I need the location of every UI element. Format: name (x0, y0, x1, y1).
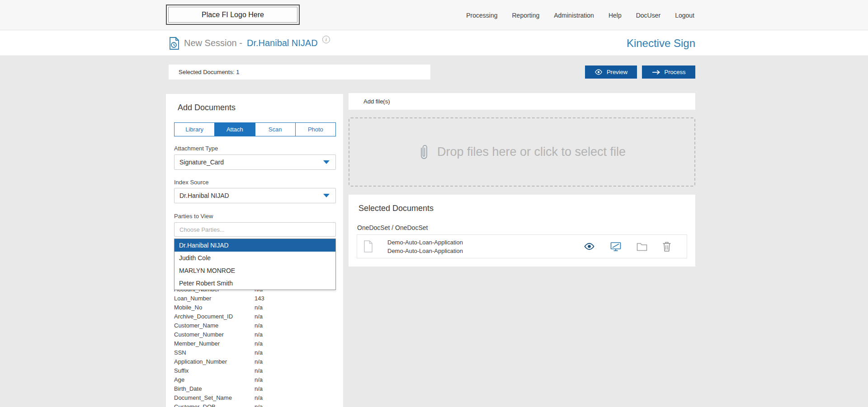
index-field-value: n/a (255, 322, 336, 329)
session-header: New Session - Dr.Hanibal NIJAD i Kinecti… (0, 30, 868, 56)
index-field-value: n/a (255, 385, 336, 392)
parties-dropdown: Dr.Hanibal NIJAD Judith Cole MARLYN MONR… (174, 239, 336, 290)
index-field-name: Suffix (174, 367, 255, 374)
chevron-down-icon (323, 160, 330, 164)
index-field-value: n/a (255, 394, 336, 401)
index-field-row: Application_Number n/a (174, 357, 336, 366)
add-documents-title: Add Documents (178, 103, 236, 112)
file-dropzone[interactable]: Drop files here or click to select file (349, 117, 695, 187)
index-field-row: Suffix n/a (174, 366, 336, 375)
index-source-value: Dr.Hanibal NIJAD (179, 192, 229, 199)
index-field-row: Archive_Document_ID n/a (174, 312, 336, 321)
process-button[interactable]: Process (642, 65, 695, 79)
fi-logo-placeholder: Place FI Logo Here (166, 5, 300, 25)
index-field-value: n/a (255, 367, 336, 374)
attachment-type-label: Attachment Type (174, 145, 218, 152)
session-label: New Session - (184, 38, 242, 48)
index-field-row: Mobile_No n/a (174, 303, 336, 312)
index-field-name: Customer_Name (174, 322, 255, 329)
fi-logo-text: Place FI Logo Here (202, 11, 264, 19)
index-field-name: Customer_Number (174, 331, 255, 338)
party-option-marlyn[interactable]: MARLYN MONROE (175, 264, 335, 277)
index-field-value: n/a (255, 331, 336, 338)
view-document-eye-icon[interactable] (584, 243, 595, 250)
party-option-judith[interactable]: Judith Cole (175, 252, 335, 264)
index-field-name: SSN (174, 349, 255, 356)
index-field-value: n/a (255, 403, 336, 407)
index-field-row: Customer_Name n/a (174, 321, 336, 330)
index-source-select[interactable]: Dr.Hanibal NIJAD (174, 188, 336, 203)
index-field-row: Birth_Date n/a (174, 384, 336, 393)
index-field-name: Loan_Number (174, 295, 255, 302)
arrow-right-icon (652, 70, 660, 75)
index-field-value: n/a (255, 304, 336, 311)
index-field-value: n/a (255, 376, 336, 383)
index-field-name: Customer_DOB (174, 403, 255, 407)
selected-documents-summary-bar: Selected Documents: 1 (169, 65, 430, 80)
session-party-name[interactable]: Dr.Hanibal NIJAD (247, 38, 318, 48)
index-field-row: Age n/a (174, 375, 336, 384)
dropzone-text: Drop files here or click to select file (437, 145, 626, 159)
index-field-row: Member_Number n/a (174, 339, 336, 348)
document-name-line1: Demo-Auto-Loan-Application (387, 239, 463, 246)
index-field-value: n/a (255, 313, 336, 320)
add-documents-tabs: Library Attach Scan Photo (174, 122, 336, 136)
top-bar: Place FI Logo Here Processing Reporting … (0, 0, 868, 30)
index-field-name: Document_Set_Name (174, 394, 255, 401)
party-option-peter[interactable]: Peter Robert Smith (175, 277, 335, 290)
index-fields-table: Account_Number n/a Loan_Number 143 Mobil… (174, 285, 336, 407)
index-field-name: Application_Number (174, 358, 255, 365)
index-field-row: SSN n/a (174, 348, 336, 357)
new-session-icon (169, 37, 179, 50)
index-field-name: Age (174, 376, 255, 383)
add-documents-panel: Add Documents Library Attach Scan Photo … (166, 94, 343, 407)
document-actions (584, 241, 687, 252)
folder-icon[interactable] (637, 242, 647, 251)
document-name-line2: Demo-Auto-Loan-Application (387, 248, 463, 254)
session-title-group: New Session - Dr.Hanibal NIJAD i (169, 30, 330, 56)
index-field-name: Mobile_No (174, 304, 255, 311)
nav-item-help[interactable]: Help (609, 12, 622, 19)
selected-document-row: Demo-Auto-Loan-Application Demo-Auto-Loa… (357, 234, 687, 258)
index-field-row: Document_Set_Name n/a (174, 393, 336, 402)
party-option-hanibal[interactable]: Dr.Hanibal NIJAD (175, 239, 335, 252)
nav-item-reporting[interactable]: Reporting (512, 12, 540, 19)
nav-item-administration[interactable]: Administration (554, 12, 594, 19)
nav-item-processing[interactable]: Processing (466, 12, 497, 19)
selected-documents-title: Selected Documents (359, 204, 434, 213)
signature-pad-icon[interactable] (610, 241, 622, 252)
index-field-row: Loan_Number 143 (174, 294, 336, 303)
chevron-down-icon (323, 194, 330, 197)
app-title: Kinective Sign (627, 30, 695, 56)
index-field-row: Customer_Number n/a (174, 330, 336, 339)
nav-item-docuser[interactable]: DocUser (636, 12, 660, 19)
index-field-row: Customer_DOB n/a (174, 402, 336, 407)
document-name-lines: Demo-Auto-Loan-Application Demo-Auto-Loa… (387, 239, 463, 254)
tab-attach[interactable]: Attach (214, 123, 255, 136)
selected-documents-count: Selected Documents: 1 (179, 69, 239, 75)
index-field-value: n/a (255, 340, 336, 347)
parties-input[interactable] (174, 222, 336, 237)
docset-label: OneDocSet / OneDocSet (357, 224, 428, 231)
tab-photo[interactable]: Photo (295, 123, 335, 136)
eye-icon (594, 69, 603, 75)
parties-to-view-label: Parties to View (174, 213, 213, 220)
add-files-bar: Add file(s) (349, 93, 695, 110)
process-button-label: Process (665, 69, 686, 75)
preview-button[interactable]: Preview (585, 65, 637, 79)
index-field-value: n/a (255, 358, 336, 365)
attachment-type-value: Signature_Card (179, 159, 224, 166)
tab-library[interactable]: Library (175, 123, 214, 136)
nav-item-logout[interactable]: Logout (675, 12, 694, 19)
trash-icon[interactable] (662, 241, 671, 252)
info-icon[interactable]: i (322, 36, 330, 43)
attachment-type-select[interactable]: Signature_Card (174, 154, 336, 170)
app-root: Place FI Logo Here Processing Reporting … (0, 0, 868, 407)
index-field-name: Member_Number (174, 340, 255, 347)
index-source-label: Index Source (174, 179, 209, 186)
index-field-value: n/a (255, 349, 336, 356)
index-field-name: Archive_Document_ID (174, 313, 255, 320)
index-field-value: 143 (255, 295, 336, 302)
selected-documents-panel: Selected Documents OneDocSet / OneDocSet… (349, 195, 695, 267)
tab-scan[interactable]: Scan (255, 123, 295, 136)
